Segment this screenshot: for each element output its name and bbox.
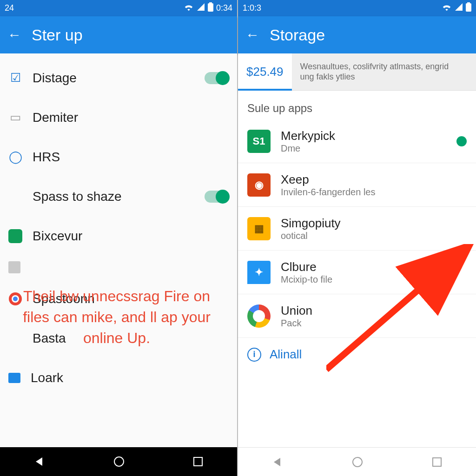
alert-icon: ◯ <box>8 150 22 164</box>
battery-icon <box>466 2 471 14</box>
nav-bar-right <box>238 447 476 476</box>
app-sub: Mcixip-to file <box>281 274 467 285</box>
page-title-right: Storage <box>270 26 325 44</box>
app-row-merkypick[interactable]: S1 Merkypick Dme <box>238 119 476 163</box>
setting-label: Spastoonn <box>33 291 228 306</box>
app-icon-s1: S1 <box>247 130 271 153</box>
page-title-left: Ster up <box>32 26 83 44</box>
setting-row-basta[interactable]: Basta <box>0 318 237 358</box>
svg-rect-7 <box>467 2 470 3</box>
setting-label: HRS <box>33 150 228 165</box>
chrome-icon <box>8 292 22 306</box>
app-icon-xeep: ◉ <box>247 173 271 197</box>
status-time-left: 0:34 <box>216 3 232 13</box>
setting-row-spastoonn[interactable]: Spastoonn <box>0 279 237 318</box>
svg-point-5 <box>114 457 124 466</box>
setting-row-spacer <box>0 256 237 279</box>
app-bar-left: ← Ster up <box>0 16 237 53</box>
app-name: Union <box>281 304 467 318</box>
setting-row-bixcevur[interactable]: Bixcevur <box>0 216 237 256</box>
status-right-icons <box>442 2 471 14</box>
svg-rect-8 <box>466 3 471 12</box>
toggle-distage[interactable] <box>205 72 228 84</box>
setting-label: Distage <box>33 71 194 86</box>
folder-icon <box>8 373 20 383</box>
blank-icon <box>8 331 22 345</box>
nav-recent-icon[interactable] <box>193 456 203 467</box>
signal-icon <box>197 3 205 13</box>
app-icon-clbure: ✦ <box>247 261 271 284</box>
toggle-spass[interactable] <box>205 191 228 203</box>
wifi-icon <box>184 3 194 13</box>
app-icon <box>8 229 22 243</box>
nav-home-icon[interactable] <box>113 456 125 468</box>
tab-bar: $25.49 Wesnaultues, coslifvrity atlmasts… <box>238 53 476 91</box>
setting-row-demiter[interactable]: ▭ Demiter <box>0 98 237 137</box>
status-left-text: 24 <box>5 3 14 13</box>
app-sub: ootical <box>281 231 467 241</box>
app-row-simgopiuty[interactable]: ▦ Simgopiuty ootical <box>238 207 476 251</box>
app-row-xeep[interactable]: ◉ Xeep Invilen-6-fangerden les <box>238 163 476 207</box>
app-name: Simgopiuty <box>281 216 467 231</box>
checkbox-icon: ☑ <box>8 71 22 85</box>
screen-storage: 1:0:3 ← Storage $25.49 Wesnaultues, cosl… <box>238 0 476 476</box>
svg-point-4 <box>13 297 18 301</box>
setting-row-loark[interactable]: Loark <box>0 358 237 397</box>
nav-recent-icon[interactable] <box>432 457 442 467</box>
footer-link-label: Alinall <box>270 347 302 362</box>
svg-point-10 <box>353 457 362 467</box>
toggle-merkypick[interactable] <box>456 136 467 146</box>
app-row-union[interactable]: Union Pack <box>238 294 476 338</box>
back-icon[interactable]: ← <box>7 28 21 42</box>
calendar-icon: ▭ <box>8 111 22 125</box>
app-row-clbure[interactable]: ✦ Clbure Mcixip-to file <box>238 251 476 294</box>
setting-row-hrs[interactable]: ◯ HRS <box>0 137 237 177</box>
nav-back-icon[interactable] <box>272 456 283 468</box>
app-sub: Dme <box>281 143 446 154</box>
svg-rect-0 <box>209 2 212 3</box>
app-icon-union <box>247 304 271 328</box>
nav-bar-left <box>0 447 237 476</box>
svg-rect-1 <box>208 3 213 12</box>
setting-label: Loark <box>31 370 228 385</box>
status-time-right: 1:0:3 <box>243 3 261 13</box>
app-name: Clbure <box>281 260 467 274</box>
tab-amount-value: $25.49 <box>246 65 284 79</box>
app-name: Merkypick <box>281 129 446 143</box>
tab-description-text: Wesnaultues, coslifvrity atlmasts, engri… <box>300 62 458 82</box>
status-right-icons: 0:34 <box>184 2 232 14</box>
settings-list: ☑ Distage ▭ Demiter ◯ HRS Spass to shaze… <box>0 53 237 447</box>
nav-home-icon[interactable] <box>351 456 364 468</box>
app-sub: Pack <box>281 318 467 329</box>
setting-row-spass[interactable]: Spass to shaze <box>0 177 237 216</box>
svg-rect-6 <box>194 457 202 466</box>
setting-label: Spass to shaze <box>33 189 194 204</box>
tab-description[interactable]: Wesnaultues, coslifvrity atlmasts, engri… <box>292 53 467 90</box>
grey-box-icon <box>8 261 20 273</box>
info-icon: i <box>247 348 261 362</box>
footer-link-alinall[interactable]: i Alinall <box>238 338 476 371</box>
back-icon[interactable]: ← <box>245 28 259 42</box>
signal-icon <box>455 3 463 13</box>
setting-label: Bixcevur <box>33 229 228 244</box>
battery-icon <box>208 2 213 14</box>
app-sub: Invilen-6-fangerden les <box>281 187 467 198</box>
nav-back-icon[interactable] <box>34 456 45 467</box>
section-header: Sule up apps <box>238 97 476 119</box>
setting-row-distage[interactable]: ☑ Distage <box>0 58 237 98</box>
apps-list: Sule up apps S1 Merkypick Dme ◉ Xeep Inv… <box>238 91 476 447</box>
screen-settings: 24 0:34 ← Ster up ☑ Distage ▭ Demiter <box>0 0 238 476</box>
app-bar-right: ← Storage <box>238 16 476 53</box>
status-bar-left: 24 0:34 <box>0 0 237 16</box>
status-bar-right: 1:0:3 <box>238 0 476 16</box>
tab-amount[interactable]: $25.49 <box>238 53 292 90</box>
app-name: Xeep <box>281 172 467 187</box>
app-icon-simgopiuty: ▦ <box>247 217 271 240</box>
blank-icon <box>8 190 22 204</box>
setting-label: Basta <box>33 331 228 346</box>
svg-rect-11 <box>433 458 441 466</box>
setting-label: Demiter <box>33 110 228 125</box>
wifi-icon <box>442 3 452 13</box>
